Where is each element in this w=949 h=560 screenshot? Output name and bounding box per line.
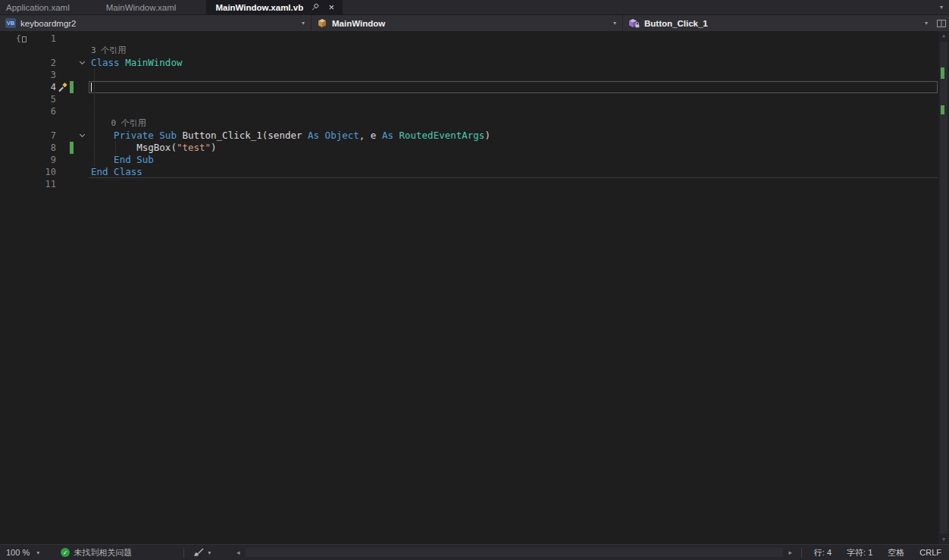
code-line-content[interactable] xyxy=(89,105,938,117)
change-bar xyxy=(68,117,75,130)
line-number: 7 xyxy=(0,130,56,142)
quick-actions-slot xyxy=(56,45,68,57)
code-line-content[interactable] xyxy=(89,178,938,190)
line-number xyxy=(0,45,56,57)
member-dropdown[interactable]: Button_Click_1 ▾ xyxy=(623,15,934,31)
zoom-value: 100 % xyxy=(6,548,30,557)
quick-actions-slot xyxy=(56,33,68,45)
code-line-content[interactable]: End Class xyxy=(89,166,938,178)
code-row: 6 xyxy=(0,105,938,117)
chevron-down-icon: ▾ xyxy=(613,20,616,27)
document-health-indicator[interactable]: ✓ 未找到相关问题 xyxy=(61,547,132,558)
gutter: 6 xyxy=(0,105,89,117)
tab-label: Application.xaml xyxy=(6,3,70,12)
tab-mainwindow-xaml-vb[interactable]: MainWindow.xaml.vb × xyxy=(206,0,343,14)
code-line-content[interactable]: MsgBox("test") xyxy=(89,142,938,154)
fold-toggle-icon[interactable] xyxy=(75,57,89,69)
code-line-content[interactable] xyxy=(89,93,938,105)
fold-slot xyxy=(75,93,89,105)
status-line-ending[interactable]: CRLF xyxy=(912,548,949,557)
health-text: 未找到相关问题 xyxy=(74,547,132,558)
scroll-left-icon[interactable]: ◂ xyxy=(232,549,244,556)
zoom-control[interactable]: 100 % ▾ xyxy=(0,548,44,557)
status-char-position[interactable]: 字符: 1 xyxy=(839,547,880,558)
quick-actions-slot xyxy=(56,178,68,190)
close-icon[interactable]: × xyxy=(326,1,337,14)
code-line-content[interactable] xyxy=(89,81,938,93)
check-icon: ✓ xyxy=(61,548,70,557)
tab-application-xaml[interactable]: Application.xaml xyxy=(0,0,100,14)
quick-actions-slot xyxy=(56,154,68,166)
quick-actions-slot xyxy=(56,117,68,130)
scroll-down-icon[interactable]: ▼ xyxy=(938,535,949,544)
code-line-content[interactable]: End Sub xyxy=(89,154,938,166)
change-bar xyxy=(68,33,75,45)
fold-slot xyxy=(75,166,89,178)
tab-label: MainWindow.xaml xyxy=(106,3,177,12)
gutter: 3 xyxy=(0,69,89,81)
tab-label: MainWindow.xaml.vb xyxy=(215,3,303,12)
tab-list-chevron-icon[interactable]: ▾ xyxy=(934,0,949,14)
change-mark xyxy=(941,67,944,79)
quick-actions-slot xyxy=(56,93,68,105)
scroll-up-icon[interactable]: ▲ xyxy=(938,31,949,40)
code-row: 3 xyxy=(0,69,938,81)
code-row: 11 xyxy=(0,178,938,190)
project-dropdown[interactable]: VB keyboardmgr2 ▾ xyxy=(0,15,312,31)
gutter: 2 xyxy=(0,57,89,69)
change-bar xyxy=(68,154,75,166)
status-line-number[interactable]: 行: 4 xyxy=(806,547,839,558)
text-caret xyxy=(91,83,92,92)
codelens-link[interactable]: 3 个引用 xyxy=(89,45,938,57)
horizontal-scrollbar[interactable] xyxy=(246,545,783,560)
editor-status-bar: 100 % ▾ ✓ 未找到相关问题 ▾ ◂ ▸ 行: 4 字符: 1 空格 CR… xyxy=(0,544,949,560)
codelens-row: 0 个引用 xyxy=(0,117,938,130)
status-spaces-mode[interactable]: 空格 xyxy=(880,547,912,558)
chevron-down-icon: ▾ xyxy=(36,549,39,556)
change-mark xyxy=(941,105,944,114)
fold-slot xyxy=(75,33,89,45)
quick-actions-slot xyxy=(56,105,68,117)
fold-slot xyxy=(75,142,89,154)
fold-slot xyxy=(75,69,89,81)
change-bar xyxy=(68,57,75,69)
fold-slot xyxy=(75,178,89,190)
line-number: 8 xyxy=(0,142,56,154)
gutter: 8 xyxy=(0,142,89,154)
code-rows: 13 个引用2Class MainWindow3456 0 个引用7 Priva… xyxy=(0,33,938,190)
scroll-right-icon[interactable]: ▸ xyxy=(785,549,797,556)
gutter: 9 xyxy=(0,154,89,166)
line-number: 5 xyxy=(0,93,56,105)
code-line-content[interactable]: Class MainWindow xyxy=(89,57,938,69)
codelens-row: 3 个引用 xyxy=(0,45,938,57)
line-number: 6 xyxy=(0,105,56,117)
gutter: 10 xyxy=(0,166,89,178)
pin-icon[interactable] xyxy=(311,3,319,11)
fold-toggle-icon[interactable] xyxy=(75,130,89,142)
code-line-content[interactable]: Private Sub Button_Click_1(sender As Obj… xyxy=(89,130,938,142)
tab-mainwindow-xaml[interactable]: MainWindow.xaml xyxy=(100,0,207,14)
scrollbar-thumb[interactable] xyxy=(940,42,947,533)
vertical-scrollbar[interactable]: ▲ ▼ xyxy=(938,31,949,544)
gutter: 5 xyxy=(0,93,89,105)
code-line-content[interactable] xyxy=(89,69,938,81)
gutter: 1 xyxy=(0,33,89,45)
code-line-content[interactable] xyxy=(89,33,938,45)
code-editor[interactable]: { 13 个引用2Class MainWindow3456 0 个引用7 Pri… xyxy=(0,31,949,544)
code-row: 8 MsgBox("test") xyxy=(0,142,938,154)
fold-slot xyxy=(75,81,89,93)
gutter xyxy=(0,45,89,57)
quick-actions-icon[interactable] xyxy=(56,81,68,93)
code-cleanup-button[interactable]: ▾ xyxy=(189,548,215,557)
scrollbar-thumb[interactable] xyxy=(246,548,783,557)
type-dropdown[interactable]: MainWindow ▾ xyxy=(312,15,623,31)
change-bar xyxy=(68,142,75,154)
project-name: keyboardmgr2 xyxy=(20,19,77,28)
codelens-link[interactable]: 0 个引用 xyxy=(89,117,938,130)
change-bar xyxy=(68,81,75,93)
change-bar xyxy=(68,166,75,178)
block-boundary-line xyxy=(89,177,938,178)
quick-actions-slot xyxy=(56,130,68,142)
split-window-icon[interactable] xyxy=(934,15,949,31)
navigation-bar: VB keyboardmgr2 ▾ MainWindow ▾ xyxy=(0,14,949,31)
